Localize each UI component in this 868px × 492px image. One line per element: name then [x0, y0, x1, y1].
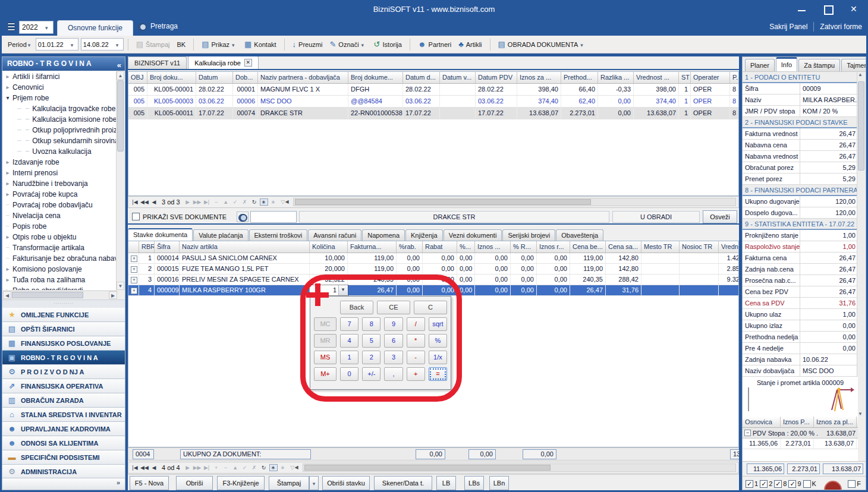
column-header[interactable]: ST — [679, 72, 691, 83]
expand-icon[interactable]: ▸ — [3, 168, 12, 178]
checkbox-icon[interactable] — [848, 480, 856, 488]
table-row[interactable]: +2000015FUZE TEA MANGO 1,5L PET20,000119… — [128, 264, 738, 275]
tree-item[interactable]: ┈Popis robe — [3, 221, 117, 232]
flag-checkbox-K[interactable]: K — [803, 480, 816, 488]
checkbox-icon[interactable] — [760, 480, 768, 488]
scroll-down-icon[interactable]: ▼ — [117, 282, 124, 290]
checkbox-icon[interactable] — [746, 480, 753, 488]
expand-icon[interactable]: ▸ — [3, 189, 12, 200]
sidebar-module-odnosi-sa-klijentima[interactable]: ☻ODNOSI SA KLIJENTIMA — [2, 436, 125, 450]
column-header[interactable]: Cena sa... — [606, 241, 641, 253]
scroll-left-icon[interactable]: ◀ — [295, 464, 298, 471]
calc-key-MS[interactable]: MS — [314, 351, 336, 364]
collapse-panel-icon[interactable]: « — [117, 59, 121, 72]
info-row[interactable]: NazivMILKA RASPBER... — [743, 94, 858, 106]
sidebar-module-upravljanje-kadrovima[interactable]: ☻UPRAVLJANJE KADROVIMA — [2, 422, 125, 436]
contact-button[interactable]: ▦Kontakt — [241, 39, 280, 50]
close-icon[interactable] — [849, 4, 860, 14]
column-header[interactable]: Cena be... — [570, 241, 606, 253]
period-caret-icon[interactable] — [28, 41, 33, 48]
column-header[interactable]: Vredno... — [719, 241, 739, 253]
nav-button[interactable]: ✓ — [241, 465, 249, 471]
info-row[interactable]: Cena sa PDV31,76 — [743, 298, 858, 309]
nav-button[interactable]: ◀ — [150, 199, 158, 205]
table-row[interactable]: 005KL005-0000303.06.2200006MSC DOO@@8458… — [128, 96, 738, 108]
column-header[interactable]: Iznos r... — [537, 241, 570, 253]
tree-item[interactable]: ▸Komisiono poslovanje — [3, 264, 117, 275]
nav-button[interactable]: − — [212, 199, 221, 205]
expand-row-icon[interactable]: + — [131, 288, 137, 294]
document-tab[interactable]: Kalkulacija robe✕ — [188, 56, 259, 69]
nav-button[interactable]: ✓ — [231, 199, 240, 205]
tab-pretraga[interactable]: Pretraga — [138, 22, 178, 30]
scroll-left-icon[interactable]: ◀ — [285, 198, 289, 206]
refresh-button[interactable]: Osveži — [703, 210, 737, 223]
column-header[interactable]: Operater — [691, 72, 730, 83]
nav-button[interactable]: |◀ — [131, 465, 139, 471]
lbs-button[interactable]: LBs — [464, 476, 484, 490]
sidebar-module-omiljene-funkcije[interactable]: ★OMILJENE FUNKCIJE — [2, 308, 125, 322]
section-header[interactable]: 2 - FINANSIJSKI PODACI STAVKE — [743, 117, 858, 128]
sidebar-module-robno-t-r-g-o-v-i-n-a[interactable]: ▣ROBNO - T R G O V I N A — [2, 351, 125, 365]
tree-item[interactable]: ┈Povraćaj robe dobavljaču — [3, 200, 117, 210]
checkbox-icon[interactable] — [132, 213, 140, 220]
sidebar-module-op-ti-ifarnici[interactable]: ▤OPŠTI ŠIFARNICI — [2, 322, 125, 336]
table-row[interactable]: +3000016PRELIV MESNI ZA SPAGETE CARNEX32… — [128, 275, 738, 285]
tree-item[interactable]: ┈Otkup poljoprivrednih proizvoda — [3, 125, 117, 135]
calc-key-_[interactable]: , — [384, 367, 402, 381]
sidebar-module-finansijska-operativa[interactable]: ⇗FINANSIJSKA OPERATIVA — [2, 379, 125, 393]
tree-item[interactable]: ▸Narudžbine i trebovanja — [3, 178, 117, 189]
column-header[interactable]: Datum d... — [403, 72, 440, 83]
articles-button[interactable]: ♣Artikli — [455, 39, 485, 50]
checkbox-icon[interactable] — [788, 480, 796, 488]
expand-icon[interactable]: ▸ — [3, 232, 12, 242]
close-forms-button[interactable]: Zatvori forme — [820, 23, 862, 31]
item-tab[interactable]: Serijski brojevi — [502, 229, 555, 241]
nav-button[interactable]: + — [212, 465, 221, 471]
nav-button[interactable]: ◀◀ — [140, 199, 149, 205]
grid-horizontal-scrollbar[interactable]: ◀▶ — [303, 463, 736, 472]
flag-checkbox-2[interactable]: 2 — [760, 480, 772, 488]
column-header[interactable]: Dob... — [233, 72, 258, 83]
info-row[interactable]: Zadnja nabavka10.06.22 — [743, 354, 858, 365]
column-header[interactable]: %rab. — [397, 241, 423, 253]
tree-item[interactable]: ▸Otpis robe u objektu — [3, 232, 117, 242]
nav-button[interactable]: ↻ — [260, 465, 268, 471]
expand-icon[interactable]: ▸ — [3, 157, 12, 168]
calc-key-M_[interactable]: M+ — [314, 367, 336, 381]
section-header[interactable]: 1 - PODACI O ENTITETU — [743, 72, 858, 83]
tree-item[interactable]: ▸Izdavanje robe — [3, 157, 117, 168]
info-row[interactable]: Fakturna vrednost26,47 — [743, 128, 858, 140]
grid-horizontal-scrollbar[interactable]: ◀▶ — [293, 198, 736, 206]
tree-item[interactable]: ┈Uvozna kalkulacija — [3, 146, 117, 157]
nav-button[interactable]: ▶| — [203, 199, 211, 205]
maximize-icon[interactable] — [823, 4, 834, 14]
section-header[interactable]: 9 - STATISTIKA ENTITETA - 17.07.22 — [743, 219, 858, 230]
vat-data-row[interactable]: 11.365,062.273,0113.638,07 — [743, 439, 858, 449]
nav-button[interactable]: ↻ — [250, 199, 259, 205]
vat-column-header[interactable]: Osnovica — [743, 417, 781, 427]
info-row[interactable]: Ukupno dugovanje120,00 — [743, 196, 858, 207]
bk-button[interactable]: BK — [173, 39, 189, 50]
vat-column-header[interactable]: Iznos za pl... — [814, 417, 857, 427]
info-row[interactable]: Proknjiženo stanje1,00 — [743, 230, 858, 241]
info-row[interactable]: Pre 4 nedelje0,00 — [743, 343, 858, 354]
minimize-icon[interactable] — [797, 4, 807, 14]
column-header[interactable]: Broj dokume... — [348, 72, 403, 83]
lb-button[interactable]: LB — [436, 476, 456, 490]
nav-button[interactable]: ▲ — [231, 465, 240, 471]
more-modules-button[interactable]: » — [117, 479, 120, 486]
column-header[interactable]: OBJ — [128, 72, 147, 83]
calc-key-_[interactable]: - — [407, 351, 425, 364]
year-select[interactable]: 2022 — [19, 21, 54, 34]
sidebar-module-specifi-ni-podsistemi[interactable]: ▬SPECIFIČNI PODSISTEMI — [2, 450, 125, 465]
date-from-input[interactable]: 01.01.22 — [36, 38, 78, 51]
calc-key-_[interactable]: = — [429, 367, 447, 381]
item-tab[interactable]: Knjiženja — [405, 229, 443, 241]
tree-item[interactable]: ▸Artikli i šifarnici — [3, 71, 117, 82]
tree-item[interactable]: ┈Kalkulacija komisione robe — [3, 114, 117, 125]
column-header[interactable]: Datum — [196, 72, 233, 83]
info-row[interactable]: Obračunat porez5,29 — [743, 162, 858, 174]
editor-dropdown-icon[interactable] — [338, 285, 347, 295]
tree-item[interactable]: ┈Transformacije artikala — [3, 242, 117, 253]
